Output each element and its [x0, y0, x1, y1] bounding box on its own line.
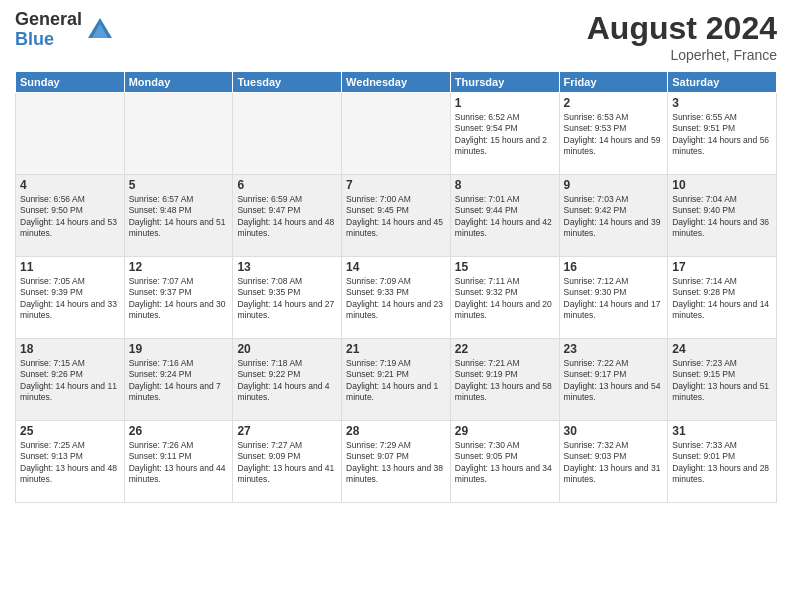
- table-row: 27Sunrise: 7:27 AM Sunset: 9:09 PM Dayli…: [233, 421, 342, 503]
- day-info: Sunrise: 7:25 AM Sunset: 9:13 PM Dayligh…: [20, 440, 120, 486]
- header-tuesday: Tuesday: [233, 72, 342, 93]
- table-row: 8Sunrise: 7:01 AM Sunset: 9:44 PM Daylig…: [450, 175, 559, 257]
- header-thursday: Thursday: [450, 72, 559, 93]
- day-info: Sunrise: 7:29 AM Sunset: 9:07 PM Dayligh…: [346, 440, 446, 486]
- table-row: 4Sunrise: 6:56 AM Sunset: 9:50 PM Daylig…: [16, 175, 125, 257]
- table-row: 26Sunrise: 7:26 AM Sunset: 9:11 PM Dayli…: [124, 421, 233, 503]
- day-info: Sunrise: 6:59 AM Sunset: 9:47 PM Dayligh…: [237, 194, 337, 240]
- day-number: 23: [564, 342, 664, 356]
- day-number: 2: [564, 96, 664, 110]
- day-info: Sunrise: 7:27 AM Sunset: 9:09 PM Dayligh…: [237, 440, 337, 486]
- day-number: 7: [346, 178, 446, 192]
- day-info: Sunrise: 7:08 AM Sunset: 9:35 PM Dayligh…: [237, 276, 337, 322]
- day-info: Sunrise: 7:07 AM Sunset: 9:37 PM Dayligh…: [129, 276, 229, 322]
- table-row: 17Sunrise: 7:14 AM Sunset: 9:28 PM Dayli…: [668, 257, 777, 339]
- calendar-header-row: Sunday Monday Tuesday Wednesday Thursday…: [16, 72, 777, 93]
- table-row: 14Sunrise: 7:09 AM Sunset: 9:33 PM Dayli…: [342, 257, 451, 339]
- day-number: 1: [455, 96, 555, 110]
- calendar-week-5: 25Sunrise: 7:25 AM Sunset: 9:13 PM Dayli…: [16, 421, 777, 503]
- table-row: 9Sunrise: 7:03 AM Sunset: 9:42 PM Daylig…: [559, 175, 668, 257]
- day-number: 19: [129, 342, 229, 356]
- calendar-week-1: 1Sunrise: 6:52 AM Sunset: 9:54 PM Daylig…: [16, 93, 777, 175]
- day-info: Sunrise: 7:18 AM Sunset: 9:22 PM Dayligh…: [237, 358, 337, 404]
- day-number: 26: [129, 424, 229, 438]
- day-number: 13: [237, 260, 337, 274]
- table-row: 25Sunrise: 7:25 AM Sunset: 9:13 PM Dayli…: [16, 421, 125, 503]
- table-row: [233, 93, 342, 175]
- day-number: 25: [20, 424, 120, 438]
- day-info: Sunrise: 6:53 AM Sunset: 9:53 PM Dayligh…: [564, 112, 664, 158]
- table-row: 19Sunrise: 7:16 AM Sunset: 9:24 PM Dayli…: [124, 339, 233, 421]
- table-row: 6Sunrise: 6:59 AM Sunset: 9:47 PM Daylig…: [233, 175, 342, 257]
- table-row: 31Sunrise: 7:33 AM Sunset: 9:01 PM Dayli…: [668, 421, 777, 503]
- table-row: 10Sunrise: 7:04 AM Sunset: 9:40 PM Dayli…: [668, 175, 777, 257]
- logo: General Blue: [15, 10, 114, 50]
- day-number: 15: [455, 260, 555, 274]
- day-info: Sunrise: 7:33 AM Sunset: 9:01 PM Dayligh…: [672, 440, 772, 486]
- day-number: 12: [129, 260, 229, 274]
- table-row: 13Sunrise: 7:08 AM Sunset: 9:35 PM Dayli…: [233, 257, 342, 339]
- table-row: 2Sunrise: 6:53 AM Sunset: 9:53 PM Daylig…: [559, 93, 668, 175]
- table-row: 3Sunrise: 6:55 AM Sunset: 9:51 PM Daylig…: [668, 93, 777, 175]
- day-number: 20: [237, 342, 337, 356]
- day-number: 31: [672, 424, 772, 438]
- day-number: 4: [20, 178, 120, 192]
- header-wednesday: Wednesday: [342, 72, 451, 93]
- day-info: Sunrise: 6:52 AM Sunset: 9:54 PM Dayligh…: [455, 112, 555, 158]
- table-row: 7Sunrise: 7:00 AM Sunset: 9:45 PM Daylig…: [342, 175, 451, 257]
- table-row: 23Sunrise: 7:22 AM Sunset: 9:17 PM Dayli…: [559, 339, 668, 421]
- day-number: 28: [346, 424, 446, 438]
- header-monday: Monday: [124, 72, 233, 93]
- table-row: 11Sunrise: 7:05 AM Sunset: 9:39 PM Dayli…: [16, 257, 125, 339]
- day-info: Sunrise: 6:55 AM Sunset: 9:51 PM Dayligh…: [672, 112, 772, 158]
- day-info: Sunrise: 7:26 AM Sunset: 9:11 PM Dayligh…: [129, 440, 229, 486]
- table-row: 24Sunrise: 7:23 AM Sunset: 9:15 PM Dayli…: [668, 339, 777, 421]
- table-row: 18Sunrise: 7:15 AM Sunset: 9:26 PM Dayli…: [16, 339, 125, 421]
- logo-general: General: [15, 10, 82, 30]
- day-number: 29: [455, 424, 555, 438]
- day-number: 27: [237, 424, 337, 438]
- day-info: Sunrise: 7:16 AM Sunset: 9:24 PM Dayligh…: [129, 358, 229, 404]
- day-info: Sunrise: 7:23 AM Sunset: 9:15 PM Dayligh…: [672, 358, 772, 404]
- day-info: Sunrise: 7:14 AM Sunset: 9:28 PM Dayligh…: [672, 276, 772, 322]
- day-number: 21: [346, 342, 446, 356]
- day-info: Sunrise: 6:57 AM Sunset: 9:48 PM Dayligh…: [129, 194, 229, 240]
- day-number: 3: [672, 96, 772, 110]
- day-info: Sunrise: 7:00 AM Sunset: 9:45 PM Dayligh…: [346, 194, 446, 240]
- day-number: 9: [564, 178, 664, 192]
- table-row: 12Sunrise: 7:07 AM Sunset: 9:37 PM Dayli…: [124, 257, 233, 339]
- table-row: 20Sunrise: 7:18 AM Sunset: 9:22 PM Dayli…: [233, 339, 342, 421]
- month-title: August 2024: [587, 10, 777, 47]
- day-info: Sunrise: 7:15 AM Sunset: 9:26 PM Dayligh…: [20, 358, 120, 404]
- table-row: 16Sunrise: 7:12 AM Sunset: 9:30 PM Dayli…: [559, 257, 668, 339]
- table-row: 5Sunrise: 6:57 AM Sunset: 9:48 PM Daylig…: [124, 175, 233, 257]
- day-info: Sunrise: 7:32 AM Sunset: 9:03 PM Dayligh…: [564, 440, 664, 486]
- title-block: August 2024 Loperhet, France: [587, 10, 777, 63]
- day-number: 22: [455, 342, 555, 356]
- location: Loperhet, France: [587, 47, 777, 63]
- day-number: 16: [564, 260, 664, 274]
- day-info: Sunrise: 7:21 AM Sunset: 9:19 PM Dayligh…: [455, 358, 555, 404]
- header-friday: Friday: [559, 72, 668, 93]
- calendar-week-3: 11Sunrise: 7:05 AM Sunset: 9:39 PM Dayli…: [16, 257, 777, 339]
- day-info: Sunrise: 7:19 AM Sunset: 9:21 PM Dayligh…: [346, 358, 446, 404]
- day-number: 8: [455, 178, 555, 192]
- day-number: 6: [237, 178, 337, 192]
- table-row: 1Sunrise: 6:52 AM Sunset: 9:54 PM Daylig…: [450, 93, 559, 175]
- day-number: 11: [20, 260, 120, 274]
- day-info: Sunrise: 7:01 AM Sunset: 9:44 PM Dayligh…: [455, 194, 555, 240]
- day-number: 18: [20, 342, 120, 356]
- day-info: Sunrise: 7:22 AM Sunset: 9:17 PM Dayligh…: [564, 358, 664, 404]
- table-row: [342, 93, 451, 175]
- day-number: 10: [672, 178, 772, 192]
- table-row: 29Sunrise: 7:30 AM Sunset: 9:05 PM Dayli…: [450, 421, 559, 503]
- logo-blue: Blue: [15, 30, 82, 50]
- day-number: 5: [129, 178, 229, 192]
- day-number: 17: [672, 260, 772, 274]
- day-info: Sunrise: 7:12 AM Sunset: 9:30 PM Dayligh…: [564, 276, 664, 322]
- day-info: Sunrise: 7:03 AM Sunset: 9:42 PM Dayligh…: [564, 194, 664, 240]
- logo-icon: [86, 16, 114, 44]
- day-info: Sunrise: 7:30 AM Sunset: 9:05 PM Dayligh…: [455, 440, 555, 486]
- calendar-week-2: 4Sunrise: 6:56 AM Sunset: 9:50 PM Daylig…: [16, 175, 777, 257]
- day-info: Sunrise: 7:04 AM Sunset: 9:40 PM Dayligh…: [672, 194, 772, 240]
